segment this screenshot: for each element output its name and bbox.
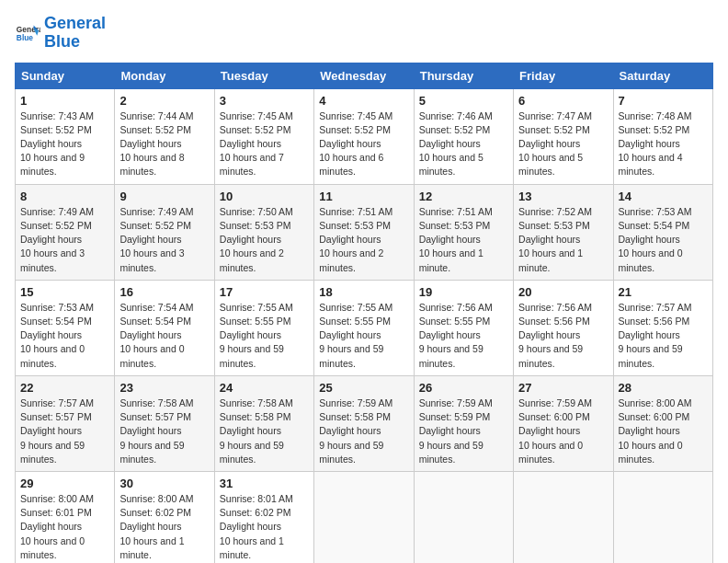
weekday-header-row: SundayMondayTuesdayWednesdayThursdayFrid… bbox=[16, 63, 713, 88]
day-info: Sunrise: 7:53 AM Sunset: 5:54 PM Dayligh… bbox=[619, 205, 708, 275]
calendar-cell: 20 Sunrise: 7:56 AM Sunset: 5:56 PM Dayl… bbox=[514, 280, 613, 375]
day-number: 6 bbox=[518, 94, 608, 108]
calendar-cell: 6 Sunrise: 7:47 AM Sunset: 5:52 PM Dayli… bbox=[514, 88, 613, 184]
weekday-header: Monday bbox=[115, 63, 214, 88]
calendar-cell: 27 Sunrise: 7:59 AM Sunset: 6:00 PM Dayl… bbox=[514, 375, 613, 471]
calendar-row: 15 Sunrise: 7:53 AM Sunset: 5:54 PM Dayl… bbox=[16, 280, 713, 375]
calendar-cell: 19 Sunrise: 7:56 AM Sunset: 5:55 PM Dayl… bbox=[414, 280, 513, 375]
day-info: Sunrise: 7:43 AM Sunset: 5:52 PM Dayligh… bbox=[20, 109, 109, 179]
day-info: Sunrise: 7:44 AM Sunset: 5:52 PM Dayligh… bbox=[119, 109, 209, 179]
calendar-cell: 13 Sunrise: 7:52 AM Sunset: 5:53 PM Dayl… bbox=[514, 184, 613, 280]
day-number: 10 bbox=[220, 190, 309, 203]
day-number: 7 bbox=[619, 94, 708, 108]
day-info: Sunrise: 7:51 AM Sunset: 5:53 PM Dayligh… bbox=[419, 205, 508, 275]
day-number: 16 bbox=[119, 285, 209, 299]
calendar-cell: 21 Sunrise: 7:57 AM Sunset: 5:56 PM Dayl… bbox=[613, 280, 712, 375]
logo-icon: General Blue bbox=[15, 20, 40, 46]
day-number: 22 bbox=[20, 381, 109, 395]
day-info: Sunrise: 7:58 AM Sunset: 5:57 PM Dayligh… bbox=[119, 396, 209, 466]
day-info: Sunrise: 7:56 AM Sunset: 5:55 PM Dayligh… bbox=[419, 301, 508, 371]
day-number: 23 bbox=[119, 381, 209, 395]
day-info: Sunrise: 7:55 AM Sunset: 5:55 PM Dayligh… bbox=[220, 301, 309, 371]
weekday-header: Sunday bbox=[16, 63, 115, 88]
day-info: Sunrise: 7:45 AM Sunset: 5:52 PM Dayligh… bbox=[319, 109, 408, 179]
calendar-row: 8 Sunrise: 7:49 AM Sunset: 5:52 PM Dayli… bbox=[16, 184, 713, 280]
calendar-cell: 5 Sunrise: 7:46 AM Sunset: 5:52 PM Dayli… bbox=[414, 88, 513, 184]
day-number: 4 bbox=[319, 94, 408, 108]
calendar-cell: 2 Sunrise: 7:44 AM Sunset: 5:52 PM Dayli… bbox=[115, 88, 214, 184]
day-number: 20 bbox=[518, 285, 608, 299]
calendar-cell: 7 Sunrise: 7:48 AM Sunset: 5:52 PM Dayli… bbox=[613, 88, 712, 184]
day-number: 5 bbox=[419, 94, 508, 108]
day-number: 18 bbox=[319, 285, 408, 299]
day-number: 14 bbox=[619, 190, 708, 203]
calendar-cell: 12 Sunrise: 7:51 AM Sunset: 5:53 PM Dayl… bbox=[414, 184, 513, 280]
calendar-cell: 26 Sunrise: 7:59 AM Sunset: 5:59 PM Dayl… bbox=[414, 375, 513, 471]
day-number: 28 bbox=[619, 381, 708, 395]
day-info: Sunrise: 7:50 AM Sunset: 5:53 PM Dayligh… bbox=[220, 205, 309, 275]
day-info: Sunrise: 7:54 AM Sunset: 5:54 PM Dayligh… bbox=[119, 301, 209, 371]
day-info: Sunrise: 8:00 AM Sunset: 6:00 PM Dayligh… bbox=[619, 396, 708, 466]
calendar-cell: 15 Sunrise: 7:53 AM Sunset: 5:54 PM Dayl… bbox=[16, 280, 115, 375]
day-number: 27 bbox=[518, 381, 608, 395]
calendar-cell: 11 Sunrise: 7:51 AM Sunset: 5:53 PM Dayl… bbox=[314, 184, 414, 280]
day-info: Sunrise: 7:49 AM Sunset: 5:52 PM Dayligh… bbox=[20, 205, 109, 275]
day-number: 24 bbox=[220, 381, 309, 395]
day-info: Sunrise: 7:59 AM Sunset: 5:58 PM Dayligh… bbox=[319, 396, 408, 466]
day-number: 21 bbox=[619, 285, 708, 299]
weekday-header: Saturday bbox=[613, 63, 712, 88]
day-info: Sunrise: 7:51 AM Sunset: 5:53 PM Dayligh… bbox=[319, 205, 408, 275]
logo: General Blue GeneralBlue bbox=[15, 15, 106, 52]
day-number: 11 bbox=[319, 190, 408, 203]
day-number: 26 bbox=[419, 381, 508, 395]
weekday-header: Wednesday bbox=[314, 63, 414, 88]
calendar-row: 29 Sunrise: 8:00 AM Sunset: 6:01 PM Dayl… bbox=[16, 471, 713, 563]
weekday-header: Thursday bbox=[414, 63, 513, 88]
calendar-cell: 1 Sunrise: 7:43 AM Sunset: 5:52 PM Dayli… bbox=[16, 88, 115, 184]
calendar-cell: 18 Sunrise: 7:55 AM Sunset: 5:55 PM Dayl… bbox=[314, 280, 414, 375]
calendar-cell: 30 Sunrise: 8:00 AM Sunset: 6:02 PM Dayl… bbox=[115, 471, 214, 563]
calendar-cell: 28 Sunrise: 8:00 AM Sunset: 6:00 PM Dayl… bbox=[613, 375, 712, 471]
calendar-cell bbox=[314, 471, 414, 563]
day-number: 8 bbox=[20, 190, 109, 203]
day-info: Sunrise: 7:59 AM Sunset: 6:00 PM Dayligh… bbox=[518, 396, 608, 466]
calendar-row: 1 Sunrise: 7:43 AM Sunset: 5:52 PM Dayli… bbox=[16, 88, 713, 184]
calendar-cell: 25 Sunrise: 7:59 AM Sunset: 5:58 PM Dayl… bbox=[314, 375, 414, 471]
day-info: Sunrise: 7:52 AM Sunset: 5:53 PM Dayligh… bbox=[518, 205, 608, 275]
day-info: Sunrise: 7:58 AM Sunset: 5:58 PM Dayligh… bbox=[220, 396, 309, 466]
day-number: 12 bbox=[419, 190, 508, 203]
day-info: Sunrise: 7:57 AM Sunset: 5:57 PM Dayligh… bbox=[20, 396, 109, 466]
svg-text:Blue: Blue bbox=[17, 33, 33, 42]
calendar-cell: 8 Sunrise: 7:49 AM Sunset: 5:52 PM Dayli… bbox=[16, 184, 115, 280]
day-number: 1 bbox=[20, 94, 109, 108]
day-info: Sunrise: 7:49 AM Sunset: 5:52 PM Dayligh… bbox=[119, 205, 209, 275]
page-header: General Blue GeneralBlue bbox=[15, 15, 713, 52]
day-number: 29 bbox=[20, 477, 109, 490]
calendar-cell: 4 Sunrise: 7:45 AM Sunset: 5:52 PM Dayli… bbox=[314, 88, 414, 184]
day-info: Sunrise: 8:00 AM Sunset: 6:02 PM Dayligh… bbox=[119, 492, 209, 562]
day-number: 30 bbox=[119, 477, 209, 490]
calendar-cell: 22 Sunrise: 7:57 AM Sunset: 5:57 PM Dayl… bbox=[16, 375, 115, 471]
calendar-cell: 10 Sunrise: 7:50 AM Sunset: 5:53 PM Dayl… bbox=[214, 184, 313, 280]
day-info: Sunrise: 7:53 AM Sunset: 5:54 PM Dayligh… bbox=[20, 301, 109, 371]
weekday-header: Tuesday bbox=[214, 63, 313, 88]
day-info: Sunrise: 7:45 AM Sunset: 5:52 PM Dayligh… bbox=[220, 109, 309, 179]
day-number: 15 bbox=[20, 285, 109, 299]
day-info: Sunrise: 7:57 AM Sunset: 5:56 PM Dayligh… bbox=[619, 301, 708, 371]
day-info: Sunrise: 7:46 AM Sunset: 5:52 PM Dayligh… bbox=[419, 109, 508, 179]
calendar-cell bbox=[613, 471, 712, 563]
day-number: 19 bbox=[419, 285, 508, 299]
calendar-cell bbox=[414, 471, 513, 563]
calendar-cell bbox=[514, 471, 613, 563]
day-info: Sunrise: 8:00 AM Sunset: 6:01 PM Dayligh… bbox=[20, 492, 109, 562]
day-number: 13 bbox=[518, 190, 608, 203]
calendar-cell: 16 Sunrise: 7:54 AM Sunset: 5:54 PM Dayl… bbox=[115, 280, 214, 375]
day-info: Sunrise: 7:48 AM Sunset: 5:52 PM Dayligh… bbox=[619, 109, 708, 179]
day-number: 17 bbox=[220, 285, 309, 299]
calendar-cell: 17 Sunrise: 7:55 AM Sunset: 5:55 PM Dayl… bbox=[214, 280, 313, 375]
day-number: 3 bbox=[220, 94, 309, 108]
calendar-cell: 14 Sunrise: 7:53 AM Sunset: 5:54 PM Dayl… bbox=[613, 184, 712, 280]
day-info: Sunrise: 8:01 AM Sunset: 6:02 PM Dayligh… bbox=[220, 492, 309, 562]
calendar-cell: 3 Sunrise: 7:45 AM Sunset: 5:52 PM Dayli… bbox=[214, 88, 313, 184]
calendar-cell: 23 Sunrise: 7:58 AM Sunset: 5:57 PM Dayl… bbox=[115, 375, 214, 471]
